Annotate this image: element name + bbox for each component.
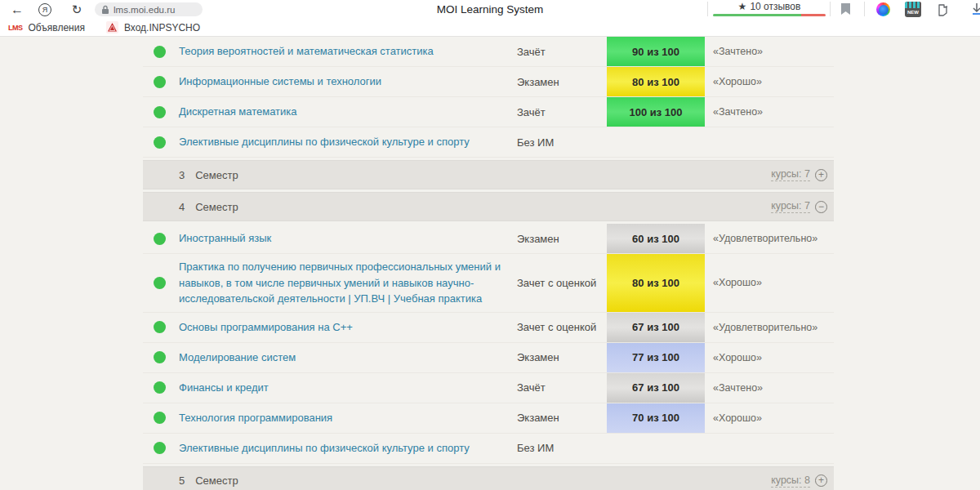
table-row[interactable]: Моделирование систем Экзамен 77 из 100 «… (143, 343, 834, 373)
course-link[interactable]: Элективные дисциплины по физической куль… (179, 435, 517, 461)
course-link[interactable]: Теория вероятностей и математическая ста… (179, 38, 517, 65)
table-row[interactable]: Дискретная математика Зачёт 100 из 100 «… (143, 97, 834, 127)
score-cell: 67 из 100 (607, 313, 705, 342)
toolbar-divider (707, 2, 708, 16)
grade-label: «Зачтено» (713, 106, 763, 118)
bookmarks-bar: LMS Объявления Вход.INPSYCHO (0, 19, 980, 37)
course-link[interactable]: Дискретная математика (179, 99, 517, 125)
score-cell: 90 из 100 (607, 37, 705, 66)
table-row[interactable]: Практика по получению первичных професси… (143, 254, 834, 313)
score-cell: 100 из 100 (607, 97, 705, 127)
rating-bar (713, 14, 826, 16)
score-cell: 80 из 100 (607, 67, 705, 96)
table-row[interactable]: Основы программирования на C++ Зачет с о… (143, 313, 834, 343)
semester-number: 5 (179, 474, 185, 487)
status-dot-icon (154, 76, 166, 88)
semester-label: Семестр (195, 169, 238, 181)
semester-label: Семестр (195, 201, 238, 213)
course-link[interactable]: Моделирование систем (179, 345, 517, 371)
control-type-label: Зачёт (517, 46, 607, 58)
score-cell: 80 из 100 (607, 254, 705, 312)
status-dot-icon (154, 351, 166, 363)
control-type-label: Экзамен (517, 412, 607, 424)
control-type-label: Зачет с оценкой (517, 277, 607, 289)
toolbar-divider (864, 2, 865, 16)
table-row[interactable]: Информационные системы и технологии Экза… (143, 67, 834, 97)
expand-toggle-icon[interactable]: − (815, 201, 827, 213)
control-type-label: Зачет с оценкой (517, 321, 607, 333)
browser-extension-icon[interactable] (876, 2, 890, 16)
courses-count-link[interactable]: курсы: 7 (771, 168, 810, 181)
expand-toggle-icon[interactable]: + (815, 474, 827, 487)
course-link[interactable]: Финансы и кредит (179, 375, 517, 401)
course-link[interactable]: Иностранный язык (179, 225, 517, 252)
control-type-label: Экзамен (517, 76, 607, 88)
control-type-label: Без ИМ (517, 442, 607, 454)
status-dot-icon (154, 381, 166, 394)
grade-label: «Хорошо» (713, 352, 762, 363)
table-row[interactable]: Элективные дисциплины по физической куль… (143, 127, 834, 158)
table-row[interactable]: Иностранный язык Экзамен 60 из 100 «Удов… (143, 224, 834, 254)
grade-label: «Удовлетворительно» (713, 322, 817, 333)
course-link[interactable]: Практика по получению первичных професси… (179, 254, 517, 312)
courses-count-link[interactable]: курсы: 7 (771, 200, 810, 213)
grade-label: «Удовлетворительно» (713, 233, 817, 244)
course-link[interactable]: Информационные системы и технологии (179, 69, 517, 95)
status-dot-icon (154, 233, 166, 245)
semester-number: 4 (179, 201, 185, 213)
control-type-label: Экзамен (517, 233, 607, 245)
control-type-label: Зачёт (517, 381, 607, 394)
table-row[interactable]: Теория вероятностей и математическая ста… (143, 37, 834, 67)
course-link[interactable]: Основы программирования на C++ (179, 314, 517, 341)
grades-table: Теория вероятностей и математическая ста… (143, 37, 834, 490)
semester-row[interactable]: 4 Семестр курсы: 7 − (143, 192, 834, 221)
lms-page: Теория вероятностей и математическая ста… (0, 37, 980, 490)
grade-label: «Зачтено» (713, 46, 763, 57)
reviews-widget[interactable]: ★ 10 отзывов (713, 1, 826, 16)
grade-label: «Хорошо» (713, 412, 762, 424)
course-link[interactable]: Элективные дисциплины по физической куль… (179, 129, 517, 155)
course-link[interactable]: Технология программирования (179, 405, 517, 431)
control-type-label: Экзамен (517, 351, 607, 363)
status-dot-icon (154, 136, 166, 149)
rating-bar-negative (801, 14, 826, 16)
control-type-label: Без ИМ (517, 136, 607, 149)
semester-row[interactable]: 5 Семестр курсы: 8 + (143, 466, 834, 490)
status-dot-icon (154, 46, 166, 58)
toolbar-divider (830, 2, 831, 16)
control-type-label: Зачёт (517, 106, 607, 118)
status-dot-icon (154, 412, 166, 424)
score-cell: 60 из 100 (607, 224, 705, 253)
new-badge: NEW (905, 8, 921, 16)
courses-count-link[interactable]: курсы: 8 (771, 474, 810, 488)
inpsycho-favicon (106, 21, 118, 33)
rating-bar-positive (713, 14, 801, 16)
grade-label: «Зачтено» (713, 382, 763, 394)
new-extension-icon[interactable]: NEW (905, 2, 921, 17)
score-cell: 77 из 100 (607, 343, 705, 372)
table-row[interactable]: Финансы и кредит Зачёт 67 из 100 «Зачтен… (143, 373, 834, 403)
browser-toolbar: ← Я ↻ lms.moi.edu.ru MOI Learning System… (0, 0, 980, 19)
status-dot-icon (154, 321, 166, 333)
semester-row[interactable]: 3 Семестр курсы: 7 + (143, 160, 834, 189)
status-dot-icon (154, 442, 166, 454)
table-row[interactable]: Элективные дисциплины по физической куль… (143, 434, 834, 464)
lms-favicon: LMS (8, 24, 23, 32)
score-cell: 70 из 100 (607, 403, 705, 433)
download-icon[interactable] (969, 2, 980, 16)
page-title: MOI Learning System (0, 0, 980, 19)
score-cell: 67 из 100 (607, 373, 705, 403)
status-dot-icon (154, 106, 166, 118)
grade-label: «Хорошо» (713, 277, 762, 288)
expand-toggle-icon[interactable]: + (815, 169, 827, 181)
bookmark-item-announcements[interactable]: LMS Объявления (8, 22, 85, 33)
status-dot-icon (154, 277, 166, 289)
hand-icon[interactable] (936, 2, 952, 16)
semester-label: Семестр (195, 474, 238, 487)
star-icon: ★ (738, 1, 747, 12)
semester-number: 3 (179, 169, 185, 181)
table-row[interactable]: Технология программирования Экзамен 70 и… (143, 403, 834, 434)
bookmark-item-inpsycho[interactable]: Вход.INPSYCHO (106, 21, 200, 33)
reviews-count: 10 отзывов (750, 1, 800, 12)
grade-label: «Хорошо» (713, 76, 762, 87)
